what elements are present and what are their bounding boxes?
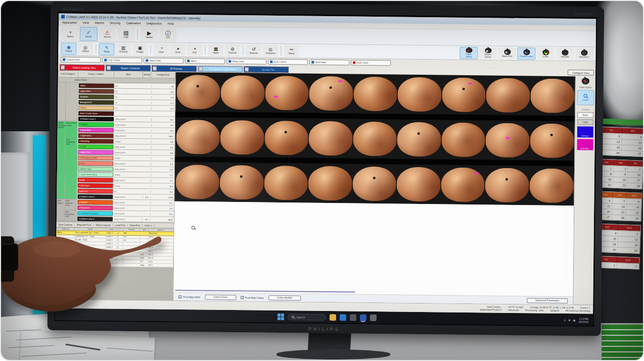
- tab-ir-chroma-flash-split[interactable]: IR Chroma / Flash Split: [198, 66, 243, 72]
- advanced-parameters-button[interactable]: Advanced Parameters: [527, 298, 568, 303]
- menu-item-help[interactable]: Help: [167, 22, 173, 25]
- tree-auto-defect-colour[interactable]: Auto Defect Colour: [66, 122, 77, 138]
- status-button[interactable]: ◔Status: [61, 26, 79, 40]
- fruit-view-button[interactable]: Show / Count: [479, 47, 497, 59]
- view-button-setup-class[interactable]: Setup Class: [226, 59, 266, 65]
- menu-item-calibration[interactable]: Calibration: [126, 22, 141, 25]
- stem-button[interactable]: Stem: [577, 112, 593, 118]
- offline-button[interactable]: ◎Offline: [77, 42, 93, 55]
- scan-button[interactable]: ◕Scan: [170, 43, 186, 56]
- menu-item-application[interactable]: Application: [62, 21, 77, 24]
- start-button[interactable]: [278, 314, 284, 320]
- menu-item-security[interactable]: Security: [110, 22, 121, 25]
- defect-chip: 1 Russet: [77, 199, 113, 204]
- tray-icon[interactable]: ∧: [564, 318, 566, 321]
- boundary-swatch[interactable]: Boundary: [577, 139, 593, 150]
- configure-view-button[interactable]: Configure View: [568, 70, 594, 76]
- tree-anti-classified-skin[interactable]: Anti Classified Skin: [65, 211, 76, 222]
- taskbar-app-icon[interactable]: [330, 314, 336, 321]
- toolbar-label: Setup: [104, 50, 110, 53]
- view-button-camera-view[interactable]: Camera View: [61, 57, 101, 63]
- tray-icon[interactable]: ◉: [573, 319, 576, 322]
- apply-button[interactable]: ▦Apply: [208, 44, 223, 56]
- defect-value: 1.4: [151, 124, 175, 126]
- taskbar-app-icon[interactable]: [340, 314, 346, 321]
- taskbar-app-icon[interactable]: [370, 315, 377, 321]
- search-icon: [292, 316, 294, 318]
- taskbar-clock[interactable]: 1:14 PM 4/6/2024: [578, 317, 588, 323]
- fruit-view-button[interactable]: Color: [536, 47, 555, 60]
- alarms-button[interactable]: ⚠Alarms: [99, 27, 116, 41]
- fruit-view-button[interactable]: Base (Red): [459, 46, 478, 59]
- tab-quality-tile[interactable]: Quality Tile: [244, 66, 289, 73]
- fruit-view-button[interactable]: Infrared 2: [575, 48, 593, 60]
- apple-image: [442, 77, 486, 113]
- calendar-day: 9: [613, 172, 628, 177]
- defect-apply-mode: Area (mm²): [113, 201, 142, 204]
- tab-label: IR Chroma / Flash Split: [209, 67, 236, 71]
- view-button-smart-map[interactable]: Smart Map: [309, 60, 349, 66]
- apple-image: [530, 123, 574, 159]
- edit-button[interactable]: ◑Edit: [187, 44, 202, 56]
- tray-icon[interactable]: ⊕: [568, 319, 571, 322]
- defect-value: 6.4: [151, 185, 174, 187]
- contrast-swatch[interactable]: Contrast: [577, 126, 593, 137]
- view-button-fruit-views[interactable]: Fruit / Views: [102, 57, 142, 63]
- view-button-icon: [63, 59, 65, 61]
- fruit-map-ident-checkbox[interactable]: [178, 295, 181, 298]
- view-button-about[interactable]: About: [185, 58, 225, 64]
- rail-defect-grading-import[interactable]: Defect Grading Import: [57, 121, 65, 199]
- system-tray[interactable]: ∧⊕◉ 1:14 PM 4/6/2024: [564, 317, 593, 323]
- toolbar-label: Apply: [213, 51, 219, 54]
- tree-hold-refined-cuts[interactable]: Hold Refined Cuts: [65, 199, 76, 211]
- tab-ir-preview[interactable]: IR Preview: [152, 65, 197, 72]
- discard-button[interactable]: ⊘Discard: [224, 44, 240, 56]
- monitor-badge: CristalClear: [575, 12, 593, 16]
- rail-auto-reject[interactable]: Auto Reject: [57, 199, 64, 221]
- fruit-view-button[interactable]: Base (Int): [498, 47, 516, 59]
- status-item: Item Counts...: [487, 305, 502, 308]
- taskbar-search[interactable]: Search: [288, 314, 326, 321]
- viewer-canvas[interactable]: Fruit Map Ident Zoom Cursor Fruit Map Co…: [173, 201, 574, 304]
- view-cursor-fruit-icon[interactable]: [582, 78, 589, 84]
- view-button[interactable]: ◔View: [153, 43, 169, 56]
- online-button[interactable]: ◉Online: [61, 42, 76, 55]
- setup-button[interactable]: ✎Setup: [99, 43, 114, 55]
- taskbar-app-icon[interactable]: [360, 315, 366, 321]
- toolbar-label: Discard: [228, 51, 237, 54]
- fruit-dot: [524, 51, 526, 54]
- toolbar-label: Offline: [82, 50, 88, 53]
- fruit-map-colour-checkbox[interactable]: [241, 296, 244, 299]
- fruit-view-label: Color: [543, 55, 548, 58]
- menu-item-alarms[interactable]: Alarms: [95, 21, 104, 24]
- menu-item-diagnostics[interactable]: Diagnostics: [146, 22, 162, 25]
- view-button-speed-take[interactable]: Speed Take: [144, 58, 183, 64]
- tree-just-classified-skin[interactable]: Just Classified Skin: [65, 138, 77, 199]
- imager-button[interactable]: ▣Imager: [132, 43, 148, 55]
- snapshot-button[interactable]: ◎Snapshot: [262, 44, 278, 57]
- view-button-work-lanes[interactable]: Work Lanes: [351, 60, 391, 66]
- tab-reject-contrast[interactable]: Reject / Contrast: [106, 65, 151, 71]
- fruit-view-button[interactable]: Classification: [517, 47, 535, 59]
- toolbar-label: Setup: [289, 52, 295, 55]
- taskbar-app-icon[interactable]: [350, 315, 356, 321]
- apple-row: [175, 117, 575, 161]
- grading-button[interactable]: ▥Grading: [115, 43, 131, 55]
- info-button[interactable]: ⓘInfo: [159, 27, 177, 41]
- logs-button[interactable]: ▤Logs: [117, 27, 135, 41]
- tab-defect-grading-view[interactable]: Defect Grading View: [60, 64, 105, 71]
- setup-button[interactable]: ✂Setup: [284, 45, 299, 57]
- restore-button[interactable]: ↺Restore: [246, 44, 261, 57]
- calyx-button[interactable]: Calyx: [577, 119, 593, 125]
- zoom-tool-button[interactable]: Zoom: [577, 90, 594, 105]
- toolbar-glyph-icon: ◑: [193, 46, 196, 51]
- colour-builder-button[interactable]: Colour Builder: [268, 295, 301, 300]
- fruit-view-button[interactable]: Infrared: [556, 47, 574, 60]
- sanity-button[interactable]: ✓Sanity: [80, 26, 98, 40]
- viewer-button[interactable]: ▶Viewer: [141, 27, 158, 41]
- view-button-area-lanes[interactable]: Area / Lanes: [268, 59, 308, 65]
- menu-item-view[interactable]: View: [82, 21, 89, 24]
- zoom-cursor-button[interactable]: Zoom Cursor: [205, 294, 236, 300]
- apple-image: [220, 75, 264, 111]
- calendar-day: 2: [617, 263, 639, 269]
